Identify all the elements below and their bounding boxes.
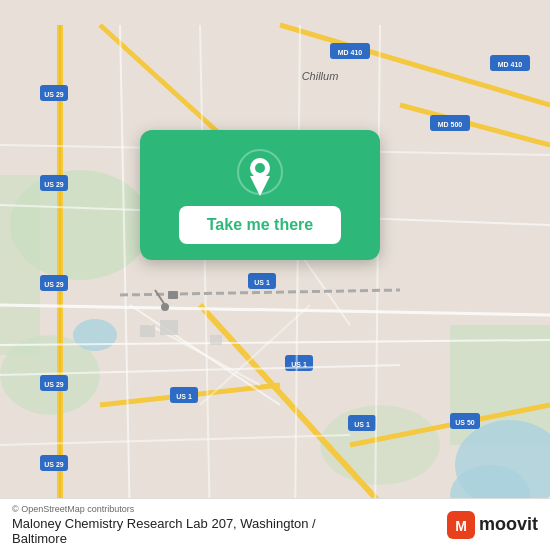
svg-point-67	[255, 163, 265, 173]
moovit-brand-text: moovit	[479, 514, 538, 535]
svg-text:US 29: US 29	[44, 91, 64, 98]
svg-text:MD 500: MD 500	[438, 121, 463, 128]
action-card: Take me there	[140, 130, 380, 260]
moovit-brand-icon: M	[447, 511, 475, 539]
svg-rect-64	[210, 335, 222, 345]
svg-rect-61	[168, 291, 178, 299]
svg-text:US 29: US 29	[44, 381, 64, 388]
moovit-logo: M moovit	[447, 511, 538, 539]
location-label: Maloney Chemistry Research Lab 207, Wash…	[12, 516, 316, 546]
svg-text:MD 410: MD 410	[498, 61, 523, 68]
map-attribution: © OpenStreetMap contributors	[12, 504, 316, 514]
svg-point-8	[73, 319, 117, 351]
svg-text:US 1: US 1	[254, 279, 270, 286]
svg-text:US 1: US 1	[354, 421, 370, 428]
svg-text:US 29: US 29	[44, 281, 64, 288]
take-me-there-button[interactable]: Take me there	[179, 206, 341, 244]
bottom-bar: © OpenStreetMap contributors Maloney Che…	[0, 498, 550, 550]
svg-text:M: M	[455, 518, 467, 534]
svg-text:MD 410: MD 410	[338, 49, 363, 56]
location-pin-icon	[236, 148, 284, 196]
svg-point-4	[320, 405, 440, 485]
svg-text:US 29: US 29	[44, 181, 64, 188]
svg-point-60	[161, 303, 169, 311]
map-container: US 29 US 29 US 29 US 29 US 29 MD 410 MD …	[0, 0, 550, 550]
bottom-left: © OpenStreetMap contributors Maloney Che…	[12, 504, 316, 546]
svg-rect-63	[160, 320, 178, 335]
svg-text:US 29: US 29	[44, 461, 64, 468]
svg-text:Chillum: Chillum	[302, 70, 339, 82]
svg-rect-62	[140, 325, 155, 337]
svg-text:US 50: US 50	[455, 419, 475, 426]
svg-rect-5	[0, 175, 40, 355]
svg-text:US 1: US 1	[176, 393, 192, 400]
